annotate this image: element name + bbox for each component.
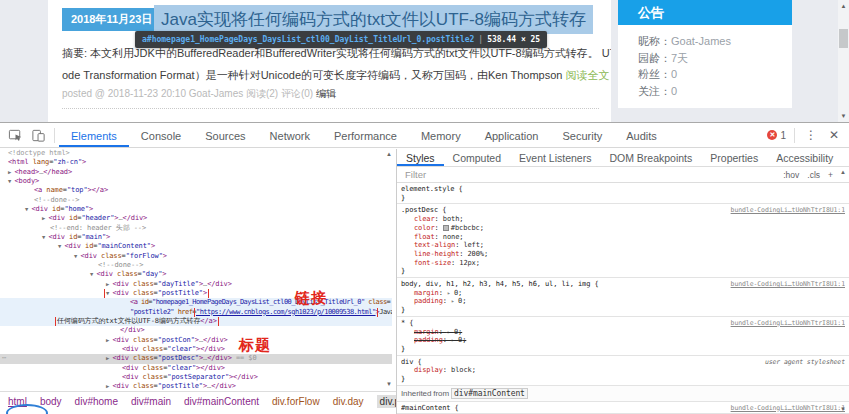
edit-link[interactable]: 编辑 <box>316 88 336 99</box>
tree-row[interactable]: ▶ <div class="postCon">…</div> <box>0 336 392 345</box>
styles-scroll-up-icon[interactable]: ▲ <box>839 169 847 175</box>
tree-row[interactable]: "postTitle2" href="https://www.cnblogs.c… <box>0 308 392 317</box>
close-icon[interactable]: ✕ <box>829 128 839 142</box>
tree-row[interactable]: <!doctype html> <box>0 149 392 158</box>
css-property[interactable]: clear: both; <box>401 215 845 224</box>
more-options-icon[interactable]: ⋮ <box>805 128 817 142</box>
devtools-tab-elements[interactable]: Elements <box>59 124 129 147</box>
tree-row-selected[interactable]: ▶ <div class="postDesc">…</div> == $0 <box>0 354 392 363</box>
rule-selector: .postDesc { <box>401 206 446 214</box>
tree-row[interactable]: ▼ <div id="mainContent"> <box>0 242 392 251</box>
filter-toggle[interactable]: :hov <box>783 170 799 180</box>
css-property[interactable]: font-size: 12px; <box>401 259 845 268</box>
tree-row[interactable]: <div class="clear"></div> <box>0 345 392 354</box>
tree-row[interactable]: <div class="postSeparator"></div> <box>0 373 392 382</box>
devtools-tab-memory[interactable]: Memory <box>409 124 473 147</box>
tree-row[interactable]: <!--end: header 头部 --> <box>0 224 392 233</box>
tree-row[interactable]: <a id="homepage1_HomePageDays_DaysList_c… <box>0 298 392 307</box>
tree-row[interactable]: ▼ <div class="forFlow"> <box>0 252 392 261</box>
devtools-tab-security[interactable]: Security <box>550 124 614 147</box>
stylesheet-origin-label: user agent stylesheet <box>765 358 845 367</box>
css-property[interactable]: float: none; <box>401 233 845 242</box>
tree-row[interactable]: ▶ <div class="dayTitle">…</div> <box>0 280 392 289</box>
style-rule[interactable]: element.style {} <box>397 183 849 204</box>
tree-token: class <box>117 270 138 278</box>
breadcrumb-item[interactable]: div.day <box>333 396 364 407</box>
breadcrumb-item[interactable]: div#home <box>75 396 118 407</box>
css-property[interactable]: line-height: 200%; <box>401 250 845 259</box>
css-property[interactable]: color: #bcbcbc; <box>401 224 845 233</box>
error-badge[interactable]: ✕ 1 <box>767 130 786 141</box>
shorthand-expand-icon[interactable]: ▸ <box>447 289 454 296</box>
style-rule[interactable]: bundle-CodingLi…tUoNhTtrI8U1:1body, div,… <box>397 278 849 317</box>
tree-row[interactable]: <!--done--> <box>0 196 392 205</box>
tree-row[interactable]: ▶ <head>…</head> <box>0 168 392 177</box>
styles-tab-computed[interactable]: Computed <box>444 150 510 165</box>
style-rule[interactable]: bundle-CodingLi…tUoNhTtrI8U1:1* {margin:… <box>397 317 849 356</box>
post-title-link[interactable]: Java实现将任何编码方式的txt文件以UTF-8编码方式转存 <box>154 5 593 34</box>
inherited-node-chip[interactable]: div#mainContent <box>451 388 528 399</box>
styles-tab-accessibility[interactable]: Accessibility <box>767 150 842 165</box>
tree-scroll-up-icon[interactable]: ▲ <box>385 151 393 157</box>
tree-row[interactable]: 任何编码方式的txt文件以UTF-8编码方式转存</a> <box>0 317 392 326</box>
page-scrollbar[interactable]: ▲ ▼ <box>838 0 849 122</box>
breadcrumb-item[interactable]: div#mainContent <box>184 396 259 407</box>
devtools-tab-console[interactable]: Console <box>129 124 193 147</box>
filter-input[interactable]: Filter <box>397 167 849 183</box>
tree-row[interactable]: <html lang="zh-cn"> <box>0 158 392 167</box>
breadcrumb-item[interactable]: div.forFlow <box>272 396 320 407</box>
styles-tab-properties[interactable]: Properties <box>701 150 767 165</box>
styles-tab-event-listeners[interactable]: Event Listeners <box>510 150 600 165</box>
read-more-link[interactable]: 阅读全文 <box>565 69 609 81</box>
profile-stat: 昵称：Goat-James <box>618 33 792 50</box>
css-property[interactable]: margin: ▸ 0; <box>401 289 845 298</box>
styles-tab-styles[interactable]: Styles <box>397 150 444 166</box>
filter-toggle[interactable]: .cls <box>807 170 820 180</box>
tree-row[interactable]: ▼ <div id="home"> <box>0 205 392 214</box>
shorthand-expand-icon[interactable]: ▸ <box>447 328 454 335</box>
tree-token: ></div> <box>196 364 225 372</box>
inspect-element-icon[interactable] <box>8 128 23 143</box>
devtools-tab-application[interactable]: Application <box>473 124 551 147</box>
styles-tab-dom-breakpoints[interactable]: DOM Breakpoints <box>600 150 701 165</box>
css-property[interactable]: padding: ▸ 0; <box>401 336 845 345</box>
date-badge[interactable]: 2018年11月23日 <box>62 8 161 31</box>
scroll-down-icon[interactable]: ▼ <box>838 113 849 119</box>
style-rule[interactable]: bundle-CodingLi…tUoNhTtrI8U1:1.postDesc … <box>397 204 849 278</box>
tree-row[interactable]: <a name="top"></a> <box>0 186 392 195</box>
stylesheet-link[interactable]: bundle-CodingLi…tUoNhTtrI8U1:1 <box>731 206 845 215</box>
tree-row[interactable]: ▼ <div class="day"> <box>0 270 392 279</box>
tree-row[interactable]: ▶ <div id="header">…</div> <box>0 214 392 223</box>
styles-scroll-down-icon[interactable]: ▼ <box>839 406 847 412</box>
tree-row[interactable]: ▼ <body> <box>0 177 392 186</box>
devtools-tab-performance[interactable]: Performance <box>322 124 409 147</box>
filter-toggle[interactable]: + <box>828 170 833 180</box>
devtools-tab-sources[interactable]: Sources <box>193 124 257 147</box>
elements-tree: <!doctype html><html lang="zh-cn">▶ <hea… <box>0 149 392 391</box>
style-rule[interactable]: bundle-CodingLi…tUoNhTtrI8U1:1#mainConte… <box>397 402 849 414</box>
devtools-tab-network[interactable]: Network <box>258 124 322 147</box>
css-property[interactable]: margin: ▸ 0; <box>401 328 845 337</box>
tree-row[interactable]: </div> <box>0 326 392 335</box>
breadcrumb-item[interactable]: div#main <box>131 396 171 407</box>
tree-row[interactable]: <!--done--> <box>0 261 392 270</box>
stylesheet-link[interactable]: bundle-CodingLi…tUoNhTtrI8U1:1 <box>731 319 845 328</box>
tree-scroll-down-icon[interactable]: ▼ <box>385 381 393 387</box>
tree-row[interactable]: ▼ <div class="postTitle"> <box>0 289 392 298</box>
stylesheet-link[interactable]: bundle-CodingLi…tUoNhTtrI8U1:1 <box>731 280 845 289</box>
breadcrumb-item[interactable]: body <box>40 396 62 407</box>
device-toolbar-icon[interactable] <box>31 128 46 143</box>
color-swatch[interactable] <box>443 225 449 231</box>
devtools-tab-audits[interactable]: Audits <box>614 124 669 147</box>
stylesheet-link[interactable]: bundle-CodingLi…tUoNhTtrI8U1:1 <box>731 404 845 413</box>
css-property[interactable]: text-align: left; <box>401 241 845 250</box>
css-property[interactable]: padding: ▸ 0; <box>401 297 845 306</box>
tree-token: id <box>52 205 60 213</box>
scrollbar-thumb[interactable] <box>839 29 848 48</box>
tree-row[interactable]: <div class="clear"></div> <box>0 364 392 373</box>
scroll-up-icon[interactable]: ▲ <box>838 3 849 9</box>
css-property[interactable]: display: block; <box>401 366 845 375</box>
tree-row[interactable]: ▶ <div class="postTitle">…</div> <box>0 382 392 391</box>
style-rule[interactable]: user agent stylesheetdiv {display: block… <box>397 356 849 386</box>
tree-row[interactable]: ▼ <div id="main"> <box>0 233 392 242</box>
